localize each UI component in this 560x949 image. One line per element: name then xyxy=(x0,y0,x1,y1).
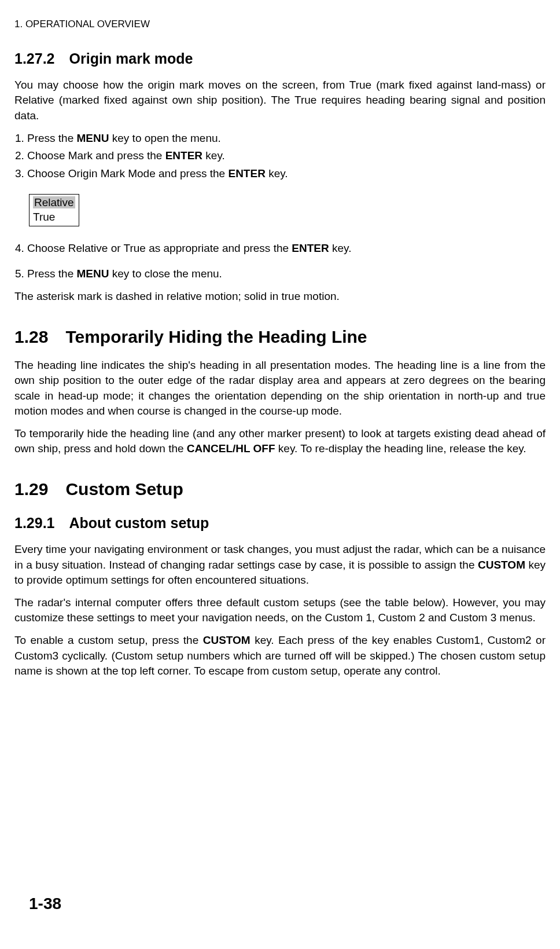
paragraph-text: The heading line indicates the ship's he… xyxy=(14,358,546,419)
section-heading-text: About custom setup xyxy=(69,515,209,531)
paragraph-text: Every time your navigating environment o… xyxy=(14,542,546,588)
section-number: 1.29 xyxy=(14,477,48,501)
section-number: 1.29.1 xyxy=(14,513,55,533)
section-1272-title: 1.27.2Origin mark mode xyxy=(14,49,546,69)
section-number: 1.27.2 xyxy=(14,49,55,69)
section-heading-text: Custom Setup xyxy=(65,479,183,499)
key-label: MENU xyxy=(77,268,109,280)
option-selected: Relative xyxy=(33,196,75,208)
list-item: Choose Origin Mark Mode and press the EN… xyxy=(27,166,546,182)
key-label: ENTER xyxy=(292,242,329,254)
paragraph-text: To enable a custom setup, press the CUST… xyxy=(14,633,546,679)
option-item: True xyxy=(33,210,75,225)
list-item: Press the MENU key to open the menu. xyxy=(27,131,546,146)
key-label: MENU xyxy=(77,132,109,144)
key-label: CANCEL/HL OFF xyxy=(187,442,275,455)
steps-list-continued: Choose Relative or True as appropriate a… xyxy=(14,241,546,282)
section-heading-text: Origin mark mode xyxy=(69,50,193,67)
section-number: 1.28 xyxy=(14,325,48,349)
paragraph-text: The radar's internal computer offers thr… xyxy=(14,595,546,626)
section-129-title: 1.29Custom Setup xyxy=(14,477,546,501)
key-label: ENTER xyxy=(165,149,202,162)
page-number: 1-38 xyxy=(29,892,61,915)
section-128-title: 1.28Temporarily Hiding the Heading Line xyxy=(14,325,546,349)
paragraph-text: To temporarily hide the heading line (an… xyxy=(14,426,546,457)
key-label: CUSTOM xyxy=(203,634,250,646)
steps-list: Press the MENU key to open the menu. Cho… xyxy=(14,131,546,182)
list-item: Press the MENU key to close the menu. xyxy=(27,266,546,282)
paragraph-text: The asterisk mark is dashed in relative … xyxy=(14,289,546,305)
list-item: Choose Relative or True as appropriate a… xyxy=(27,241,546,257)
section-1291-title: 1.29.1About custom setup xyxy=(14,513,546,533)
key-label: ENTER xyxy=(228,167,265,179)
list-item: Choose Mark and press the ENTER key. xyxy=(27,148,546,164)
paragraph-text: You may choose how the origin mark moves… xyxy=(14,78,546,124)
section-heading-text: Temporarily Hiding the Heading Line xyxy=(65,327,367,346)
option-box: Relative True xyxy=(29,194,79,226)
page-header: 1. OPERATIONAL OVERVIEW xyxy=(14,17,546,31)
key-label: CUSTOM xyxy=(478,559,525,571)
